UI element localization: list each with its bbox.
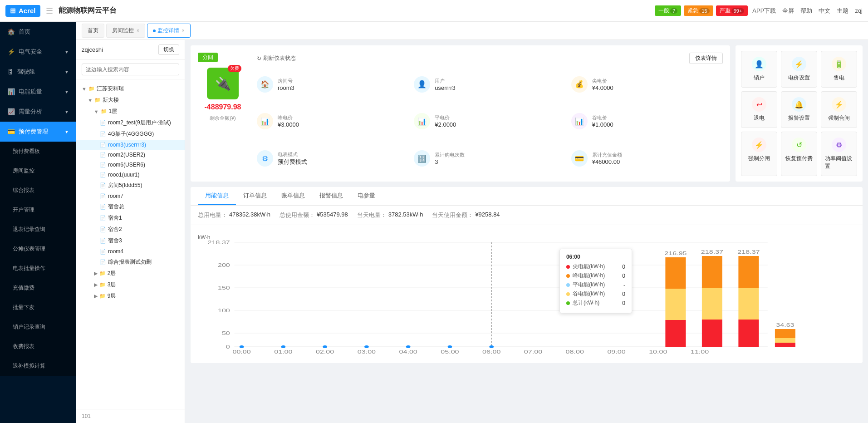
tab-nav-1[interactable]: 订单信息: [236, 187, 274, 205]
sidebar-sub-item-2[interactable]: 综合报表: [0, 181, 76, 200]
tree-node-12[interactable]: 📄宿舍1: [76, 212, 185, 224]
stat-label-1: 总使用金额：: [280, 211, 315, 219]
top-action-主题[interactable]: 主题: [837, 7, 848, 15]
tab-close-1[interactable]: ×: [137, 28, 139, 33]
tree-icon-8: 📄: [100, 172, 106, 178]
action-btn-label-7: 恢复预付费: [785, 155, 813, 162]
sidebar-sub-item-6[interactable]: 电表批量操作: [0, 259, 76, 278]
tab-nav-0[interactable]: 用能信息: [198, 187, 236, 205]
tree-node-7[interactable]: 📄room6(USER6): [76, 160, 185, 170]
tree-node-18[interactable]: ▶📁3层: [76, 279, 185, 290]
tooltip-row-0: 尖电能(kW·h)0: [566, 263, 625, 271]
refresh-button[interactable]: ↻ 刷新仪表状态: [257, 54, 296, 62]
action-btn-label-0: 销户: [754, 74, 765, 82]
switch-button[interactable]: 切换: [158, 44, 179, 55]
sidebar-label-1: 电气安全: [19, 48, 42, 56]
tree-node-14[interactable]: 📄宿舍3: [76, 235, 185, 246]
tree-node-15[interactable]: 📄room4: [76, 246, 185, 256]
info-value-7: 3: [435, 158, 465, 165]
sidebar-sub-item-9[interactable]: 销户记录查询: [0, 317, 76, 337]
tooltip-val-3: 0: [622, 291, 625, 297]
action-btn-8[interactable]: ⚙ 功率阈值设置: [821, 132, 857, 176]
action-btn-icon-6: ⚡: [752, 138, 766, 152]
sidebar-icon-5: 💳: [7, 128, 15, 135]
tree-node-6[interactable]: 📄room2(USER2): [76, 150, 185, 160]
tree-node-5[interactable]: 📄room3(userrrr3): [76, 140, 185, 150]
action-btn-4[interactable]: 🔔 报警设置: [781, 91, 817, 128]
tab-0[interactable]: 首页: [82, 24, 104, 38]
action-btn-5[interactable]: ⚡ 强制合闸: [821, 91, 857, 128]
sidebar-sub-item-0[interactable]: 预付费看板: [0, 142, 76, 161]
tree-label-18: 3层: [108, 281, 116, 289]
top-action-APP下载[interactable]: APP下载: [752, 7, 776, 15]
top-action-zqj[interactable]: zqj: [855, 7, 863, 14]
sidebar-sub-item-11[interactable]: 退补模拟计算: [0, 356, 76, 376]
sidebar-item-2[interactable]: 🎛驾驶舱▼: [0, 62, 76, 82]
action-btn-2[interactable]: 🔋 售电: [821, 51, 857, 88]
badge-紧急[interactable]: 紧急15: [684, 5, 713, 16]
tree-node-2[interactable]: ▼📁1层: [76, 106, 185, 117]
tree-node-11[interactable]: 📄宿舍总: [76, 201, 185, 212]
sidebar-item-5[interactable]: 💳预付费管理▼: [0, 122, 76, 142]
tree-node-1[interactable]: ▼📁新大楼: [76, 94, 185, 106]
tab-1[interactable]: 房间监控×: [106, 24, 145, 38]
tab-2[interactable]: 监控详情×: [147, 24, 191, 38]
tooltip-label-4: 总计(kW·h): [573, 299, 619, 307]
tab-nav-3[interactable]: 报警信息: [312, 187, 350, 205]
sidebar-sub-item-8[interactable]: 批量下发: [0, 298, 76, 317]
svg-point-31: [489, 345, 494, 348]
tree-node-0[interactable]: ▼📁江苏安科瑞: [76, 83, 185, 94]
tree-node-8[interactable]: 📄rooo1(uuur1): [76, 170, 185, 180]
info-item-7: 🔢 累计购电次数 3: [414, 143, 565, 174]
tree-label-10: room7: [108, 193, 123, 199]
badge-一般[interactable]: 一般7: [655, 5, 681, 16]
tree-node-16[interactable]: 📄综合报表测试勿删: [76, 256, 185, 268]
sidebar-icon-3: 📊: [7, 88, 15, 95]
sidebar-sub-item-7[interactable]: 充值缴费: [0, 278, 76, 298]
tree-label-3: room2_test(9层用户-测试): [108, 119, 171, 127]
menu-icon[interactable]: ☰: [46, 6, 53, 16]
sidebar-sub-item-4[interactable]: 退表记录查询: [0, 220, 76, 239]
sidebar-item-4[interactable]: 📈需量分析▼: [0, 102, 76, 122]
svg-text:03:00: 03:00: [358, 349, 376, 354]
tree-node-10[interactable]: 📄room7: [76, 191, 185, 201]
sidebar-item-0[interactable]: 🏠首页: [0, 22, 76, 42]
tree-node-9[interactable]: 📄房间5(fddd55): [76, 180, 185, 191]
badge-严重[interactable]: 严重99+: [716, 5, 748, 16]
action-btn-6[interactable]: ⚡ 强制分闸: [741, 132, 777, 176]
sidebar-sub-item-3[interactable]: 开户管理: [0, 200, 76, 220]
tab-nav-4[interactable]: 电参量: [350, 187, 383, 205]
top-action-帮助[interactable]: 帮助: [800, 7, 812, 15]
info-icon-1: 👤: [414, 76, 430, 93]
svg-point-30: [448, 345, 452, 348]
sidebar-sub-item-5[interactable]: 公摊仪表管理: [0, 239, 76, 259]
tree-label-1: 新大楼: [103, 96, 119, 104]
tree-node-13[interactable]: 📄宿舍2: [76, 224, 185, 235]
sidebar-sub-item-1[interactable]: 房间监控: [0, 161, 76, 181]
tree-node-4[interactable]: 📄4G架子(4GGGGG): [76, 128, 185, 140]
sidebar-item-1[interactable]: ⚡电气安全▼: [0, 42, 76, 62]
tree-node-17[interactable]: ▶📁2层: [76, 268, 185, 279]
tree-node-19[interactable]: ▶📁9层: [76, 290, 185, 302]
action-btn-1[interactable]: ⚡ 电价设置: [781, 51, 817, 88]
action-btn-7[interactable]: ↺ 恢复预付费: [781, 132, 817, 176]
top-action-中文[interactable]: 中文: [819, 7, 830, 15]
svg-rect-46: [775, 343, 795, 347]
svg-text:00:00: 00:00: [232, 349, 250, 354]
search-input[interactable]: [82, 64, 179, 75]
tooltip-dot-2: [566, 283, 570, 287]
sidebar-item-3[interactable]: 📊电能质量▼: [0, 82, 76, 102]
tree-icon-4: 📄: [100, 131, 106, 137]
svg-rect-34: [665, 320, 686, 347]
tree-node-3[interactable]: 📄room2_test(9层用户-测试): [76, 117, 185, 128]
detail-button[interactable]: 仪表详情: [689, 53, 723, 64]
sidebar-sub-item-10[interactable]: 收费报表: [0, 337, 76, 356]
action-btn-0[interactable]: 👤 销户: [741, 51, 777, 88]
info-value-2: ¥4.0000: [592, 84, 613, 91]
top-action-全屏[interactable]: 全屏: [782, 7, 794, 15]
tab-close-2[interactable]: ×: [182, 28, 185, 33]
tooltip-val-0: 0: [622, 264, 625, 270]
action-btn-3[interactable]: ↩ 退电: [741, 91, 777, 128]
tree-label-0: 江苏安科瑞: [97, 85, 124, 93]
tab-nav-2[interactable]: 账单信息: [274, 187, 312, 205]
